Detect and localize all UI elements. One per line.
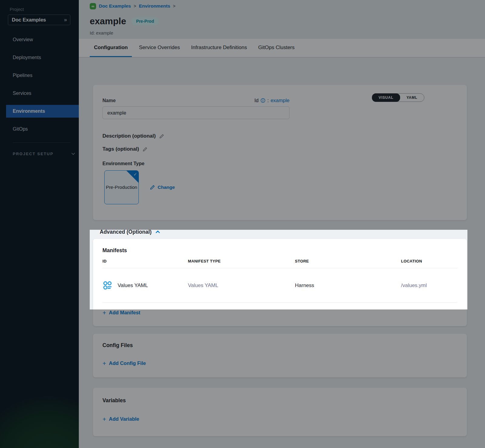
change-label: Change bbox=[158, 185, 175, 190]
description-row: Description (optional) bbox=[102, 133, 457, 139]
sidebar-item-deployments[interactable]: Deployments bbox=[0, 51, 79, 64]
values-yaml-manifest-icon bbox=[102, 280, 113, 291]
tags-label: Tags (optional) bbox=[102, 146, 139, 152]
breadcrumb-environments-link[interactable]: Environments bbox=[139, 3, 170, 9]
toggle-yaml[interactable]: YAML bbox=[400, 94, 424, 102]
column-store: STORE bbox=[295, 259, 401, 263]
environment-type-label: Environment Type bbox=[102, 161, 457, 166]
chevron-down-icon bbox=[71, 152, 75, 156]
title-row: example Pre-Prod bbox=[90, 16, 485, 26]
project-setup-label: PROJECT SETUP bbox=[13, 152, 53, 156]
entity-id: Id: example bbox=[90, 30, 485, 35]
sidebar-divider bbox=[13, 142, 70, 143]
page-header: ∞ Doc Examples > Environments > example … bbox=[79, 0, 485, 39]
add-variable-label: Add Variable bbox=[109, 416, 139, 422]
tags-row: Tags (optional) bbox=[102, 146, 457, 152]
page-title: example bbox=[90, 16, 126, 26]
project-label: Project bbox=[10, 7, 24, 12]
add-config-file-button[interactable]: + Add Config File bbox=[102, 360, 146, 366]
main-area: ∞ Doc Examples > Environments > example … bbox=[79, 0, 485, 448]
sidebar-item-pipelines[interactable]: Pipelines bbox=[0, 69, 79, 82]
breadcrumb-separator: > bbox=[173, 4, 176, 8]
manifest-type: Values YAML bbox=[188, 283, 295, 289]
manifests-heading: Manifests bbox=[102, 247, 457, 254]
breadcrumb-project-link[interactable]: Doc Examples bbox=[99, 3, 131, 9]
project-name: Doc Examples bbox=[12, 17, 64, 23]
advanced-section-toggle[interactable]: Advanced (Optional) bbox=[93, 227, 485, 237]
config-files-card: Config Files + Add Config File bbox=[93, 334, 467, 377]
edit-description-icon[interactable] bbox=[159, 134, 164, 139]
manifest-location: /values.yml bbox=[401, 283, 457, 289]
sidebar-item-gitops[interactable]: GitOps bbox=[0, 123, 79, 135]
variables-heading: Variables bbox=[102, 397, 457, 404]
plus-icon: + bbox=[102, 309, 106, 316]
plus-icon: + bbox=[102, 360, 106, 366]
name-input[interactable] bbox=[102, 106, 289, 119]
id-value-link[interactable]: example bbox=[271, 98, 289, 103]
harness-cd-module-icon: ∞ bbox=[90, 3, 96, 9]
config-files-heading: Config Files bbox=[102, 342, 457, 349]
breadcrumb-separator: > bbox=[134, 4, 136, 8]
add-config-file-label: Add Config File bbox=[109, 360, 146, 366]
manifest-table-row[interactable]: Values YAML Values YAML Harness /values.… bbox=[102, 268, 457, 303]
info-icon[interactable] bbox=[260, 98, 266, 103]
tab-infrastructure-definitions[interactable]: Infrastructure Definitions bbox=[187, 39, 251, 57]
content: VISUAL YAML Name Id : example Descriptio… bbox=[79, 85, 485, 436]
column-location: LOCATION bbox=[401, 259, 457, 263]
sidebar-nav: Overview Deployments Pipelines Services … bbox=[0, 33, 79, 141]
manifest-store: Harness bbox=[295, 283, 401, 289]
sidebar: Project Doc Examples » Overview Deployme… bbox=[0, 0, 79, 448]
manifest-id: Values YAML bbox=[118, 283, 148, 289]
tab-gitops-clusters[interactable]: GitOps Clusters bbox=[254, 39, 299, 57]
toggle-visual[interactable]: VISUAL bbox=[372, 93, 400, 102]
environment-type-value: Pre-Production bbox=[106, 184, 137, 191]
environment-type-card[interactable]: ✓ Pre-Production bbox=[104, 170, 139, 204]
manifests-table-header: ID MANIFEST TYPE STORE LOCATION bbox=[102, 259, 457, 268]
add-variable-button[interactable]: + Add Variable bbox=[102, 416, 139, 422]
project-selector[interactable]: Doc Examples » bbox=[8, 15, 70, 25]
plus-icon: + bbox=[102, 416, 106, 422]
project-setup-toggle[interactable]: PROJECT SETUP bbox=[13, 152, 75, 156]
tab-service-overrides[interactable]: Service Overrides bbox=[135, 39, 184, 57]
environment-details-card: Name Id : example Description (optional) bbox=[93, 85, 467, 220]
description-label: Description (optional) bbox=[102, 133, 156, 139]
column-id: ID bbox=[102, 259, 188, 263]
advanced-label: Advanced (Optional) bbox=[100, 229, 152, 235]
check-icon: ✓ bbox=[133, 171, 137, 178]
visual-yaml-toggle[interactable]: VISUAL YAML bbox=[372, 93, 424, 102]
add-manifest-label: Add Manifest bbox=[109, 310, 140, 316]
sidebar-item-services[interactable]: Services bbox=[0, 87, 79, 100]
chevron-up-icon bbox=[155, 229, 160, 235]
variables-card: Variables + Add Variable bbox=[93, 388, 467, 436]
edit-pencil-icon bbox=[150, 185, 155, 190]
env-type-badge: Pre-Prod bbox=[132, 17, 159, 25]
id-colon: : bbox=[267, 98, 269, 103]
double-chevron-icon[interactable]: » bbox=[64, 17, 66, 23]
sidebar-decoration bbox=[0, 390, 79, 448]
tab-configuration[interactable]: Configuration bbox=[90, 39, 132, 57]
id-label: Id bbox=[254, 98, 259, 103]
tab-bar: Configuration Service Overrides Infrastr… bbox=[79, 39, 485, 58]
sidebar-item-environments[interactable]: Environments bbox=[6, 105, 79, 118]
sidebar-item-overview[interactable]: Overview bbox=[0, 33, 79, 46]
edit-tags-icon[interactable] bbox=[142, 147, 148, 152]
manifests-card: Manifests ID MANIFEST TYPE STORE LOCATIO… bbox=[93, 239, 467, 326]
name-label: Name bbox=[102, 98, 116, 103]
breadcrumb: ∞ Doc Examples > Environments > bbox=[90, 3, 485, 9]
change-env-type-button[interactable]: Change bbox=[150, 185, 175, 190]
column-manifest-type: MANIFEST TYPE bbox=[188, 259, 295, 263]
add-manifest-button[interactable]: + Add Manifest bbox=[102, 309, 140, 316]
